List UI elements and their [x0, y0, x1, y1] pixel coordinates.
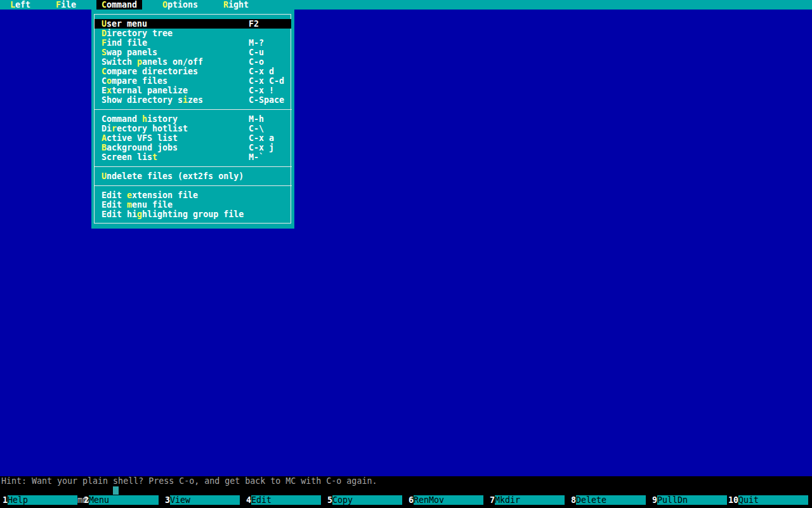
fkey-number-1: 1	[0, 495, 8, 505]
menu-item-label: Compare files	[102, 76, 167, 86]
menu-item-label: Directory tree	[102, 29, 173, 38]
fkey-number-9: 9	[643, 495, 657, 505]
menu-item-switch-panels-on-off[interactable]: Switch panels on/offC-o	[91, 57, 294, 67]
fkey-button-delete[interactable]: Delete	[576, 495, 646, 505]
menu-item-background-jobs[interactable]: Background jobsC-x j	[91, 143, 294, 152]
menu-item-edit-menu-file[interactable]: Edit menu file	[91, 200, 294, 210]
menu-item-label: External panelize	[102, 86, 188, 95]
menu-item-shortcut: C-x !	[249, 86, 274, 95]
menu-item-label: User menu	[102, 19, 147, 29]
menu-item-user-menu[interactable]: User menuF2	[91, 19, 294, 29]
menu-item-shortcut: C-x a	[249, 133, 274, 143]
menu-item-find-file[interactable]: Find fileM-?	[91, 38, 294, 48]
menubar-item-left[interactable]: Left	[10, 0, 30, 10]
menu-separator	[94, 109, 292, 110]
menu-item-shortcut: M-h	[249, 114, 264, 124]
menu-item-compare-directories[interactable]: Compare directoriesC-x d	[91, 67, 294, 76]
menu-item-label: Command history	[102, 114, 178, 124]
menu-item-label: Find file	[102, 38, 147, 48]
fkey-number-8: 8	[562, 495, 576, 505]
menu-item-label: Screen list	[102, 152, 157, 162]
fkey-button-copy[interactable]: Copy	[332, 495, 402, 505]
fkey-number-6: 6	[400, 495, 414, 505]
menu-item-shortcut: C-\	[249, 124, 264, 133]
menu-bar: LeftFileCommandOptionsRight	[0, 0, 812, 10]
menubar-item-file[interactable]: File	[56, 0, 76, 10]
fkey-number-4: 4	[237, 495, 251, 505]
fkey-number-2: 2	[75, 495, 89, 505]
menu-separator	[94, 166, 292, 167]
menu-item-shortcut: C-x d	[249, 67, 274, 76]
menu-item-show-directory-sizes[interactable]: Show directory sizesC-Space	[91, 95, 294, 105]
fkey-number-5: 5	[318, 495, 332, 505]
menu-item-shortcut: C-x C-d	[249, 76, 284, 86]
menu-separator	[94, 185, 292, 186]
menu-item-swap-panels[interactable]: Swap panelsC-u	[91, 48, 294, 57]
menu-item-shortcut: C-Space	[249, 95, 284, 105]
menu-item-undelete-files-ext2fs-only-[interactable]: Undelete files (ext2fs only)	[91, 171, 294, 181]
command-menu-dropdown: User menuF2Directory treeFind fileM-?Swa…	[91, 10, 294, 229]
menu-item-label: Edit highlighting group file	[102, 210, 244, 219]
menu-item-label: Switch panels on/off	[102, 57, 203, 67]
menubar-item-options[interactable]: Options	[162, 0, 198, 10]
menu-item-edit-highlighting-group-file[interactable]: Edit highlighting group file	[91, 210, 294, 219]
menu-item-label: Directory hotlist	[102, 124, 188, 133]
mc-screen: LeftFileCommandOptionsRight <─ ~.[^]>.nN…	[0, 0, 812, 508]
menu-item-shortcut: C-o	[249, 57, 264, 67]
fkey-button-menu[interactable]: Menu	[89, 495, 159, 505]
menu-item-edit-extension-file[interactable]: Edit extension file	[91, 190, 294, 200]
menu-item-label: Undelete files (ext2fs only)	[102, 171, 244, 181]
fkey-number-10: 10	[724, 495, 738, 505]
menu-item-directory-tree[interactable]: Directory tree	[91, 29, 294, 38]
menu-item-shortcut: C-x j	[249, 143, 274, 152]
fkey-number-3: 3	[156, 495, 170, 505]
menu-item-active-vfs-list[interactable]: Active VFS listC-x a	[91, 133, 294, 143]
fkey-button-edit[interactable]: Edit	[251, 495, 321, 505]
menubar-item-command[interactable]: Command	[102, 0, 137, 10]
menu-item-shortcut: F2	[249, 19, 259, 29]
menubar-item-right[interactable]: Right	[223, 0, 249, 10]
menu-item-label: Swap panels	[102, 48, 157, 57]
fkey-button-mkdir[interactable]: Mkdir	[495, 495, 565, 505]
menu-item-directory-hotlist[interactable]: Directory hotlistC-\	[91, 124, 294, 133]
menu-item-label: Background jobs	[102, 143, 178, 152]
menu-item-screen-list[interactable]: Screen listM-`	[91, 152, 294, 162]
menu-item-label: Active VFS list	[102, 133, 178, 143]
menu-item-shortcut: M-?	[249, 38, 264, 48]
fkey-button-view[interactable]: View	[170, 495, 240, 505]
menu-item-shortcut: C-u	[249, 48, 264, 57]
menu-item-label: Edit extension file	[102, 190, 198, 200]
terminal-cursor	[113, 486, 119, 495]
fkey-number-7: 7	[481, 495, 495, 505]
fkey-button-help[interactable]: Help	[8, 495, 77, 505]
menu-item-shortcut: M-`	[249, 152, 264, 162]
hint-line: Hint: Want your plain shell? Press C-o, …	[1, 476, 377, 486]
menu-item-compare-files[interactable]: Compare filesC-x C-d	[91, 76, 294, 86]
menu-item-external-panelize[interactable]: External panelizeC-x !	[91, 86, 294, 95]
menu-item-label: Compare directories	[102, 67, 198, 76]
fkey-button-renmov[interactable]: RenMov	[414, 495, 483, 505]
fkey-button-quit[interactable]: Quit	[738, 495, 808, 505]
command-line[interactable]: midnight@commander:~$	[1, 486, 128, 495]
menu-item-command-history[interactable]: Command historyM-h	[91, 114, 294, 124]
fkey-button-pulldn[interactable]: PullDn	[657, 495, 727, 505]
menu-item-label: Show directory sizes	[102, 95, 203, 105]
menu-item-label: Edit menu file	[102, 200, 173, 210]
